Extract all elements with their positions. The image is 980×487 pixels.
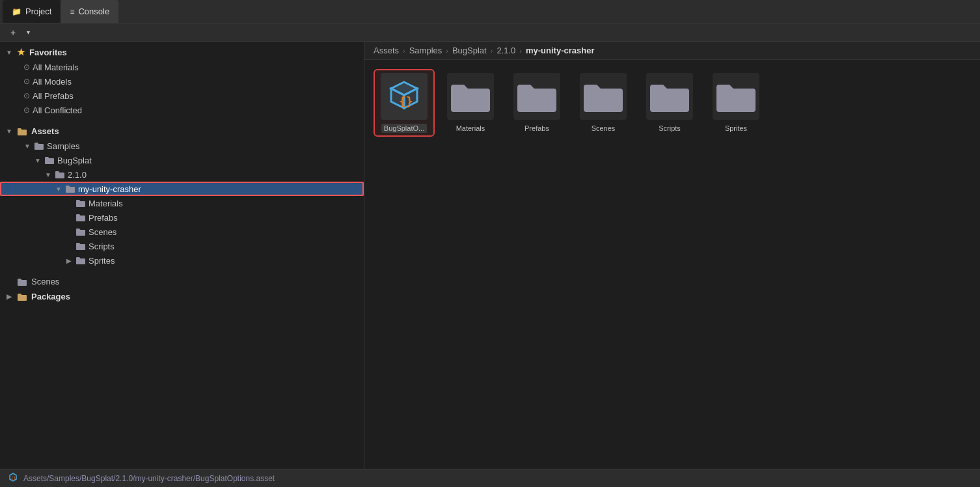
bugsplat-label: BugSplat (57, 156, 92, 165)
file-item-scenes[interactable]: Scenes (574, 70, 633, 135)
sprites-folder-large (715, 79, 757, 113)
breadcrumb-version[interactable]: 2.1.0 (497, 46, 515, 55)
main-layout: ★ Favorites ⊙ All Materials ⊙ All Models… (0, 42, 980, 469)
sidebar-item-prefabs[interactable]: Prefabs (0, 210, 364, 225)
search-icon-prefabs: ⊙ (23, 91, 30, 100)
scenes-folder-large (582, 79, 624, 113)
packages-folder-icon (17, 292, 27, 301)
tab-console-label: Console (78, 7, 109, 16)
prefabs-folder-label: Prefabs (522, 124, 552, 133)
breadcrumb-sep-1: › (403, 47, 405, 55)
sidebar-item-materials[interactable]: Materials (0, 196, 364, 210)
prefabs-icon-wrapper (513, 73, 560, 120)
breadcrumb-assets[interactable]: Assets (374, 46, 399, 55)
breadcrumb-crasher[interactable]: my-unity-crasher (526, 46, 594, 55)
tab-bar: 📁 Project ≡ Console (0, 0, 980, 23)
sidebar-item-all-prefabs[interactable]: ⊙ All Prefabs (0, 89, 364, 103)
search-icon-conflicted: ⊙ (23, 105, 30, 115)
content-area: Assets › Samples › BugSplat › 2.1.0 › my… (364, 42, 980, 469)
status-bugsplat-icon: {} (8, 472, 18, 482)
bugsplat-folder-icon (44, 156, 55, 165)
prefabs-folder-large (516, 79, 558, 113)
sidebar-item-my-unity-crasher[interactable]: my-unity-crasher (0, 182, 364, 196)
all-prefabs-label: All Prefabs (33, 91, 74, 101)
crasher-folder-icon (65, 184, 75, 193)
sidebar-item-all-models[interactable]: ⊙ All Models (0, 74, 364, 89)
scripts-folder-label: Scripts (656, 124, 683, 133)
materials-icon-wrapper (447, 73, 494, 120)
status-path: Assets/Samples/BugSplat/2.1.0/my-unity-c… (23, 474, 275, 483)
all-models-label: All Models (33, 77, 72, 87)
sidebar-item-scripts[interactable]: Scripts (0, 239, 364, 253)
bugsplat-options-svg: {} (385, 77, 424, 116)
file-item-sprites[interactable]: Sprites (707, 70, 765, 135)
tab-project-label: Project (25, 7, 51, 16)
bugsplat-options-icon: {} (381, 73, 428, 120)
assets-folder-icon (17, 127, 27, 136)
breadcrumb-sep-4: › (519, 47, 522, 55)
assets-arrow[interactable] (5, 128, 13, 135)
sidebar-item-samples[interactable]: Samples (0, 139, 364, 153)
top-scenes-label: Scenes (31, 277, 59, 286)
svg-text:{}: {} (11, 475, 16, 480)
version-arrow[interactable] (44, 171, 52, 178)
add-dropdown-button[interactable]: ▾ (22, 25, 34, 40)
prefabs-label: Prefabs (88, 213, 118, 223)
packages-section-header[interactable]: Packages (0, 289, 364, 304)
crasher-arrow[interactable] (55, 185, 62, 193)
svg-text:{}: {} (399, 94, 413, 108)
sidebar-item-2-1-0[interactable]: 2.1.0 (0, 167, 364, 182)
scenes-folder-icon (75, 227, 86, 236)
sidebar: ★ Favorites ⊙ All Materials ⊙ All Models… (0, 42, 364, 469)
materials-folder-large (450, 79, 491, 113)
sidebar-item-sprites[interactable]: Sprites (0, 253, 364, 268)
file-item-materials[interactable]: Materials (441, 70, 500, 135)
scenes-folder-label: Scenes (589, 124, 618, 133)
breadcrumb: Assets › Samples › BugSplat › 2.1.0 › my… (364, 42, 980, 60)
materials-folder-label: Materials (454, 124, 488, 133)
breadcrumb-samples[interactable]: Samples (409, 46, 442, 55)
status-bar: {} Assets/Samples/BugSplat/2.1.0/my-unit… (0, 469, 980, 487)
search-icon-models: ⊙ (23, 77, 30, 86)
samples-arrow[interactable] (23, 142, 31, 150)
add-button[interactable]: + (5, 25, 21, 40)
file-item-bugsplat-options[interactable]: {} BugSplatO... (375, 70, 433, 135)
breadcrumb-bugsplat[interactable]: BugSplat (452, 46, 487, 55)
materials-label: Materials (88, 199, 123, 208)
top-scenes-folder-icon (17, 277, 27, 286)
toolbar: + ▾ (0, 23, 980, 42)
sidebar-item-bugsplat[interactable]: BugSplat (0, 153, 364, 167)
project-tab-icon: 📁 (12, 7, 21, 16)
file-grid: {} BugSplatO... Materials (364, 60, 980, 146)
version-label: 2.1.0 (68, 170, 87, 180)
sprites-folder-label: Sprites (722, 124, 750, 133)
sidebar-item-all-materials[interactable]: ⊙ All Materials (0, 60, 364, 74)
sidebar-item-all-conflicted[interactable]: ⊙ All Conflicted (0, 103, 364, 117)
materials-folder-icon (75, 199, 86, 208)
all-materials-label: All Materials (33, 63, 79, 72)
scripts-label: Scripts (88, 242, 115, 251)
scenes-label: Scenes (88, 227, 116, 237)
favorites-star-icon: ★ (17, 47, 25, 57)
all-conflicted-label: All Conflicted (33, 105, 82, 115)
scripts-folder-large (649, 79, 690, 113)
favorites-arrow[interactable] (5, 48, 13, 56)
tab-console[interactable]: ≡ Console (61, 0, 118, 23)
version-folder-icon (55, 170, 65, 179)
file-item-prefabs[interactable]: Prefabs (508, 70, 566, 135)
sprites-arrow[interactable] (65, 257, 73, 264)
console-tab-icon: ≡ (70, 7, 74, 16)
sprites-icon-wrapper (713, 73, 759, 120)
sidebar-item-scenes[interactable]: Scenes (0, 225, 364, 239)
bugsplat-options-label: BugSplatO... (381, 124, 427, 133)
scripts-icon-wrapper (646, 73, 693, 120)
file-item-scripts[interactable]: Scripts (640, 70, 699, 135)
tab-project[interactable]: 📁 Project (3, 0, 61, 23)
sprites-folder-icon (75, 256, 86, 265)
search-icon-materials: ⊙ (23, 63, 30, 72)
sprites-label: Sprites (88, 256, 115, 266)
breadcrumb-sep-3: › (491, 47, 493, 55)
packages-arrow[interactable] (5, 293, 13, 301)
assets-label: Assets (31, 126, 59, 136)
bugsplat-arrow[interactable] (34, 156, 42, 164)
